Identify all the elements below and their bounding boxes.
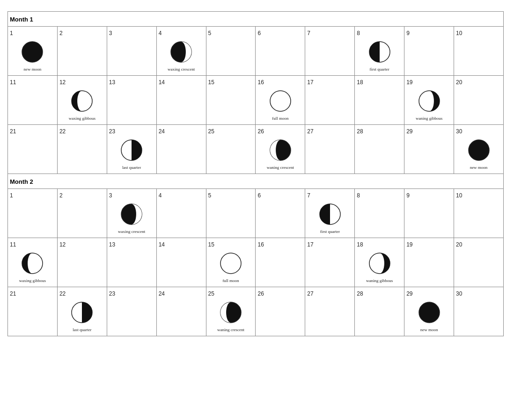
moon-phase-empty bbox=[10, 135, 55, 173]
moon-phase: last quarter bbox=[109, 135, 154, 173]
day-cell: 10 bbox=[454, 27, 504, 76]
day-cell: 4 waxing crescent bbox=[156, 27, 206, 76]
moon-phase-empty bbox=[10, 86, 55, 123]
moon-phase-empty bbox=[10, 199, 55, 237]
first_quarter-icon bbox=[317, 202, 343, 229]
moon-phase-empty bbox=[159, 135, 204, 173]
day-cell: 2 bbox=[57, 27, 107, 76]
day-cell: 16 full moon bbox=[256, 76, 305, 125]
day-cell: 14 bbox=[156, 76, 206, 125]
moon-phase-empty bbox=[159, 248, 204, 286]
moon-phase-empty bbox=[109, 297, 154, 335]
moon-phase-empty bbox=[307, 297, 352, 335]
moon-phase-empty bbox=[406, 37, 452, 74]
day-cell: 18 bbox=[355, 76, 404, 125]
moon-phase-empty bbox=[357, 86, 402, 123]
moon-phase-empty bbox=[59, 135, 105, 173]
waxing_crescent-icon bbox=[119, 202, 144, 229]
day-cell: 19 waning gibbous bbox=[404, 76, 454, 125]
moon-phase-empty bbox=[456, 37, 501, 74]
waxing_gibbous-icon bbox=[20, 251, 45, 278]
moon-phase-empty bbox=[257, 297, 303, 335]
moon-phase: new moon bbox=[10, 37, 55, 74]
moon-phase-empty bbox=[406, 199, 452, 237]
day-cell: 30 bbox=[454, 287, 504, 336]
day-cell: 22 bbox=[57, 125, 107, 174]
day-cell: 1 bbox=[8, 189, 58, 238]
moon-phase-empty bbox=[159, 297, 204, 335]
day-cell: 26 waning crescent bbox=[256, 125, 305, 174]
day-cell: 12 waxing gibbous bbox=[57, 76, 107, 125]
moon-phase: waning crescent bbox=[208, 297, 254, 335]
moon-phase-empty bbox=[307, 86, 352, 123]
moon-phase: waxing crescent bbox=[109, 199, 154, 237]
day-cell: 2 bbox=[57, 189, 107, 238]
last_quarter-icon bbox=[69, 300, 95, 327]
day-cell: 6 bbox=[256, 27, 305, 76]
day-cell: 13 bbox=[107, 238, 156, 287]
day-cell: 20 bbox=[454, 238, 504, 287]
moon-phase-empty bbox=[159, 199, 204, 237]
day-cell: 22 last quarter bbox=[57, 287, 107, 336]
moon-phase-empty bbox=[208, 135, 254, 173]
day-cell: 3 waxing crescent bbox=[107, 189, 156, 238]
moon-phase: last quarter bbox=[59, 297, 105, 335]
moon-phase-empty bbox=[109, 248, 154, 286]
moon-phase: waning crescent bbox=[257, 135, 303, 173]
moon-phase-empty bbox=[59, 37, 105, 74]
day-cell: 1 new moon bbox=[8, 27, 58, 76]
moon-phase-empty bbox=[307, 37, 352, 74]
moon-phase-empty bbox=[357, 135, 402, 173]
day-cell: 23 bbox=[107, 287, 156, 336]
day-cell: 27 bbox=[305, 287, 355, 336]
day-cell: 15 full moon bbox=[206, 238, 256, 287]
moon-phase-empty bbox=[257, 199, 303, 237]
new_moon-icon bbox=[417, 300, 442, 327]
day-cell: 5 bbox=[206, 27, 256, 76]
moon-phase-empty bbox=[257, 248, 303, 286]
waning_crescent-icon bbox=[268, 138, 293, 165]
waxing_crescent-icon bbox=[169, 39, 194, 66]
day-cell: 10 bbox=[454, 189, 504, 238]
moon-phase-empty bbox=[406, 135, 452, 173]
moon-phase-empty bbox=[208, 37, 254, 74]
svg-point-8 bbox=[469, 140, 489, 160]
moon-phase-empty bbox=[208, 86, 254, 123]
calendar-table: Month 1 1 new moon 2 3 4 waxing crescent… bbox=[7, 11, 504, 336]
moon-phase-empty bbox=[159, 86, 204, 123]
day-cell: 15 bbox=[206, 76, 256, 125]
day-cell: 21 bbox=[8, 287, 58, 336]
day-cell: 5 bbox=[206, 189, 256, 238]
waning_crescent-icon bbox=[218, 300, 243, 327]
svg-point-0 bbox=[22, 42, 43, 62]
day-cell: 25 waning crescent bbox=[206, 287, 256, 336]
moon-phase-empty bbox=[307, 248, 352, 286]
moon-phase: first quarter bbox=[357, 37, 402, 74]
waxing_gibbous-icon bbox=[69, 88, 95, 116]
moon-phase: new moon bbox=[406, 297, 452, 335]
day-cell: 6 bbox=[256, 189, 305, 238]
day-cell: 17 bbox=[305, 76, 355, 125]
moon-phase-empty bbox=[456, 297, 501, 335]
day-cell: 24 bbox=[156, 125, 206, 174]
day-cell: 30 new moon bbox=[454, 125, 504, 174]
moon-phase: waxing gibbous bbox=[59, 86, 105, 123]
day-cell: 3 bbox=[107, 27, 156, 76]
moon-phase-empty bbox=[59, 248, 105, 286]
moon-phase-empty bbox=[456, 248, 501, 286]
moon-phase: waxing gibbous bbox=[10, 248, 55, 286]
day-cell: 21 bbox=[8, 125, 58, 174]
moon-phase-empty bbox=[357, 297, 402, 335]
day-cell: 9 bbox=[404, 27, 454, 76]
new_moon-icon bbox=[20, 39, 45, 66]
day-cell: 11 bbox=[8, 76, 58, 125]
day-cell: 8 first quarter bbox=[355, 27, 404, 76]
day-cell: 7 first quarter bbox=[305, 189, 355, 238]
day-cell: 28 bbox=[355, 125, 404, 174]
svg-point-4 bbox=[270, 91, 291, 111]
day-cell: 27 bbox=[305, 125, 355, 174]
moon-phase-empty bbox=[257, 37, 303, 74]
month-header: Month 1 bbox=[8, 12, 504, 27]
day-cell: 19 bbox=[404, 238, 454, 287]
last_quarter-icon bbox=[119, 138, 144, 165]
